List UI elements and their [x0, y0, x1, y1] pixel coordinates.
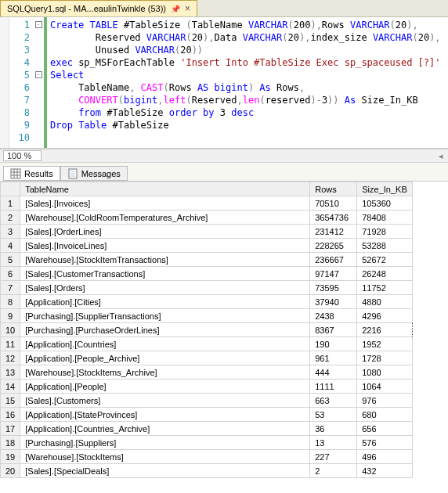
- column-header-tablename[interactable]: TableName: [20, 182, 310, 196]
- row-header[interactable]: 17: [1, 422, 20, 436]
- row-header[interactable]: 20: [1, 464, 20, 478]
- cell-tablename[interactable]: [Application].[People_Archive]: [20, 351, 310, 365]
- close-icon[interactable]: ×: [185, 3, 190, 14]
- table-row[interactable]: 7[Sales].[Orders]7359511752: [1, 281, 413, 295]
- table-row[interactable]: 10[Purchasing].[PurchaseOrderLines]83672…: [1, 323, 413, 337]
- table-row[interactable]: 16[Application].[StateProvinces]53680: [1, 408, 413, 422]
- cell-size[interactable]: 53288: [357, 239, 412, 253]
- code-content[interactable]: Create TABLE #TableSize (TableName VARCH…: [47, 17, 441, 148]
- cell-rows[interactable]: 236667: [310, 253, 357, 267]
- table-row[interactable]: 17[Application].[Countries_Archive]36656: [1, 422, 413, 436]
- cell-size[interactable]: 680: [357, 408, 412, 422]
- cell-rows[interactable]: 227: [310, 450, 357, 464]
- cell-rows[interactable]: 3654736: [310, 211, 357, 225]
- cell-tablename[interactable]: [Sales].[Orders]: [20, 281, 310, 295]
- row-header[interactable]: 1: [1, 196, 20, 211]
- cell-rows[interactable]: 13: [310, 436, 357, 450]
- table-row[interactable]: 11[Application].[Countries]1901952: [1, 337, 413, 351]
- table-row[interactable]: 12[Application].[People_Archive]9611728: [1, 351, 413, 365]
- cell-size[interactable]: 1064: [357, 380, 412, 394]
- cell-tablename[interactable]: [Sales].[CustomerTransactions]: [20, 267, 310, 281]
- cell-rows[interactable]: 97147: [310, 267, 357, 281]
- cell-size[interactable]: 1952: [357, 337, 412, 351]
- collapse-icon[interactable]: -: [35, 21, 42, 28]
- row-header[interactable]: 14: [1, 380, 20, 394]
- cell-tablename[interactable]: [Warehouse].[StockItems_Archive]: [20, 365, 310, 380]
- row-header[interactable]: 6: [1, 267, 20, 281]
- table-row[interactable]: 1[Sales].[Invoices]70510105360: [1, 196, 413, 211]
- table-row[interactable]: 6[Sales].[CustomerTransactions]971472624…: [1, 267, 413, 281]
- cell-tablename[interactable]: [Application].[Countries_Archive]: [20, 422, 310, 436]
- cell-rows[interactable]: 73595: [310, 281, 357, 295]
- cell-tablename[interactable]: [Sales].[Customers]: [20, 394, 310, 408]
- row-header[interactable]: 2: [1, 211, 20, 225]
- cell-size[interactable]: 105360: [357, 196, 412, 211]
- row-header[interactable]: 7: [1, 281, 20, 295]
- cell-size[interactable]: 496: [357, 450, 412, 464]
- cell-size[interactable]: 432: [357, 464, 412, 478]
- file-tab[interactable]: SQLQuery1.sql - MA...eaulinTwinkle (53))…: [0, 0, 197, 16]
- cell-rows[interactable]: 663: [310, 394, 357, 408]
- table-row[interactable]: 5[Warehouse].[StockItemTransactions]2366…: [1, 253, 413, 267]
- cell-tablename[interactable]: [Application].[Cities]: [20, 295, 310, 309]
- sql-editor[interactable]: 12345678910 - - Create TABLE #TableSize …: [0, 17, 448, 149]
- row-header[interactable]: 5: [1, 253, 20, 267]
- row-header[interactable]: 15: [1, 394, 20, 408]
- cell-size[interactable]: 656: [357, 422, 412, 436]
- cell-tablename[interactable]: [Purchasing].[Suppliers]: [20, 436, 310, 450]
- cell-size[interactable]: 52672: [357, 253, 412, 267]
- cell-tablename[interactable]: [Purchasing].[PurchaseOrderLines]: [20, 323, 310, 337]
- row-header[interactable]: 12: [1, 351, 20, 365]
- cell-tablename[interactable]: [Application].[Countries]: [20, 337, 310, 351]
- cell-size[interactable]: 976: [357, 394, 412, 408]
- cell-rows[interactable]: 36: [310, 422, 357, 436]
- cell-size[interactable]: 1728: [357, 351, 412, 365]
- zoom-dropdown[interactable]: 100 %: [3, 150, 42, 161]
- tab-messages[interactable]: Messages: [60, 166, 128, 181]
- cell-rows[interactable]: 53: [310, 408, 357, 422]
- cell-tablename[interactable]: [Sales].[InvoiceLines]: [20, 239, 310, 253]
- table-row[interactable]: 4[Sales].[InvoiceLines]22826553288: [1, 239, 413, 253]
- table-row[interactable]: 13[Warehouse].[StockItems_Archive]444108…: [1, 365, 413, 380]
- cell-rows[interactable]: 2: [310, 464, 357, 478]
- cell-size[interactable]: 78408: [357, 211, 412, 225]
- cell-size[interactable]: 26248: [357, 267, 412, 281]
- cell-size[interactable]: 11752: [357, 281, 412, 295]
- cell-rows[interactable]: 1111: [310, 380, 357, 394]
- cell-tablename[interactable]: [Sales].[OrderLines]: [20, 225, 310, 239]
- row-header[interactable]: 18: [1, 436, 20, 450]
- cell-tablename[interactable]: [Application].[People]: [20, 380, 310, 394]
- column-header-size[interactable]: Size_In_KB: [357, 182, 412, 196]
- table-row[interactable]: 9[Purchasing].[SupplierTransactions]2438…: [1, 309, 413, 323]
- row-header[interactable]: 9: [1, 309, 20, 323]
- cell-size[interactable]: 1080: [357, 365, 412, 380]
- pin-icon[interactable]: 📌: [171, 5, 180, 13]
- cell-tablename[interactable]: [Purchasing].[SupplierTransactions]: [20, 309, 310, 323]
- row-header[interactable]: 16: [1, 408, 20, 422]
- cell-rows[interactable]: 37940: [310, 295, 357, 309]
- cell-size[interactable]: 71928: [357, 225, 412, 239]
- table-row[interactable]: 8[Application].[Cities]379404880: [1, 295, 413, 309]
- cell-tablename[interactable]: [Application].[StateProvinces]: [20, 408, 310, 422]
- cell-tablename[interactable]: [Warehouse].[ColdRoomTemperatures_Archiv…: [20, 211, 310, 225]
- cell-size[interactable]: 4880: [357, 295, 412, 309]
- tab-results[interactable]: Results: [3, 166, 60, 181]
- table-row[interactable]: 19[Warehouse].[StockItems]227496: [1, 450, 413, 464]
- row-header[interactable]: 19: [1, 450, 20, 464]
- cell-rows[interactable]: 8367: [310, 323, 357, 337]
- row-header[interactable]: 3: [1, 225, 20, 239]
- cell-rows[interactable]: 961: [310, 351, 357, 365]
- table-row[interactable]: 15[Sales].[Customers]663976: [1, 394, 413, 408]
- cell-rows[interactable]: 231412: [310, 225, 357, 239]
- cell-tablename[interactable]: [Warehouse].[StockItems]: [20, 450, 310, 464]
- cell-tablename[interactable]: [Sales].[Invoices]: [20, 196, 310, 211]
- table-row[interactable]: 14[Application].[People]11111064: [1, 380, 413, 394]
- cell-tablename[interactable]: [Sales].[SpecialDeals]: [20, 464, 310, 478]
- chevron-left-icon[interactable]: ◂: [439, 151, 443, 161]
- cell-size[interactable]: 4296: [357, 309, 412, 323]
- cell-size[interactable]: 2216: [357, 323, 412, 337]
- table-row[interactable]: 18[Purchasing].[Suppliers]13576: [1, 436, 413, 450]
- table-row[interactable]: 20[Sales].[SpecialDeals]2432: [1, 464, 413, 478]
- collapse-icon[interactable]: -: [35, 71, 42, 78]
- cell-tablename[interactable]: [Warehouse].[StockItemTransactions]: [20, 253, 310, 267]
